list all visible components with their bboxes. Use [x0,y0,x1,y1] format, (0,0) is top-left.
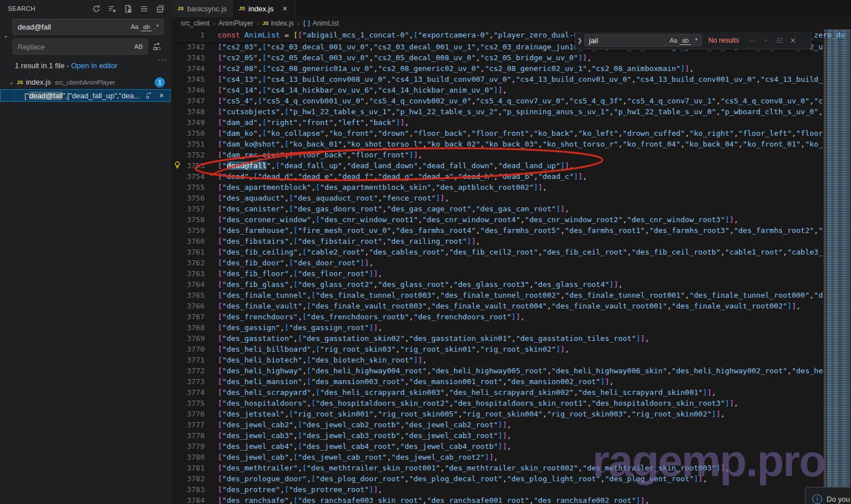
toggle-replace-chevron-icon[interactable]: ⌄ [1,30,10,41]
code-line[interactable]: 3768["des_gassign",["des_gassign_root"]]… [172,322,823,333]
code-line[interactable]: 3744["cs2_08",["cs2_08_generic01a_uv_0",… [172,63,823,74]
code-line[interactable]: 3747["cs5_4",["cs5_4_q_convb001_uv_0","c… [172,95,823,106]
code-line[interactable]: 3751["dam_ko@shot",["ko_back_01","ko_sho… [172,139,823,149]
line-number[interactable]: 3743 [172,52,205,63]
find-input[interactable]: jail Aa ab .* [584,34,701,47]
code-editor[interactable]: 1const AnimList = [["abigail_mcs_1_conca… [172,30,851,504]
clear-search-results-icon[interactable] [106,2,118,15]
tab-index-js[interactable]: JS index.js × [233,0,296,17]
line-number[interactable]: 3771 [172,355,205,365]
toggle-search-details-icon[interactable]: ··· [157,55,167,64]
line-number[interactable]: 3767 [172,311,205,322]
line-number[interactable]: 3757 [172,203,205,214]
line-number[interactable]: 3763 [172,268,205,279]
minimap[interactable] [823,30,851,504]
whole-word-icon[interactable]: ab [679,36,691,45]
code-line[interactable]: 3753["dead@fall",["dead_fall_up","dead_l… [172,160,823,171]
line-number[interactable]: 3761 [172,247,205,257]
line-number[interactable]: 3768 [172,322,205,333]
code-line[interactable]: 3766["des_finale_vault",["des_finale_vau… [172,301,823,311]
collapse-all-icon[interactable] [153,2,166,15]
code-line[interactable]: 3777["des_jewel_cab2",["des_jewel_cab2_r… [172,419,823,430]
regex-icon[interactable]: .* [152,22,161,31]
line-number[interactable]: 3752 [172,149,205,160]
code-line[interactable]: 3754["dead",["dead_d","dead_e","dead_f",… [172,171,823,182]
line-number[interactable]: 1 [172,30,205,40]
code-line[interactable]: 3748["cutsobjects",["p_hw1_22_table_s_uv… [172,106,823,117]
line-number[interactable]: 3779 [172,441,205,452]
line-number[interactable]: 3748 [172,106,205,117]
code-line[interactable]: 3746["cs4_14",["cs4_14_hickbar_ov_uv_6",… [172,85,823,95]
whole-word-icon[interactable]: ab [140,22,152,31]
line-number[interactable]: 3751 [172,139,205,149]
code-line[interactable]: 3745["cs4_13",["cs4_13_build_conv008_uv_… [172,74,823,85]
line-number[interactable]: 3764 [172,279,205,290]
code-line[interactable]: 3755["des_apartmentblock",["des_apartmen… [172,182,823,193]
close-tab-icon[interactable]: × [280,4,289,13]
code-line[interactable]: 3752["dam_rec_civi",["floor_back","floor… [172,149,823,160]
code-line[interactable]: 3783["des_protree",["des_protree_root"]]… [172,484,823,495]
notification-toast[interactable]: i Do you w [805,487,851,504]
line-number[interactable]: 3747 [172,95,205,106]
code-line[interactable]: 3759["des_farmhouse",["fire_mesh_root_uv… [172,225,823,236]
line-number[interactable]: 3746 [172,85,205,95]
code-line[interactable]: 3757["des_canister",["des_gas_doors_root… [172,203,823,214]
match-case-icon[interactable]: Aa [128,22,140,31]
code-line[interactable]: 3767["des_frenchdoors",["des_frenchdoors… [172,311,823,322]
regex-icon[interactable]: .* [691,36,700,45]
line-number[interactable]: 3776 [172,409,205,419]
line-number[interactable]: 3742 [172,41,205,52]
line-number[interactable]: 3778 [172,430,205,441]
line-number[interactable]: 3773 [172,376,205,387]
code-line[interactable]: 3765["des_finale_tunnel",["des_finale_tu… [172,290,823,301]
breadcrumb-animlist-symbol[interactable]: AnimList [303,19,339,27]
replace-all-icon[interactable] [150,40,164,53]
line-number[interactable]: 3759 [172,225,205,236]
line-number[interactable]: 3781 [172,463,205,473]
code-line[interactable]: 3775["des_hospitaldoors",["des_hospitald… [172,398,823,409]
line-number[interactable]: 3762 [172,257,205,268]
lightbulb-icon[interactable] [173,160,181,169]
preserve-case-icon[interactable]: AB [132,42,145,51]
line-number[interactable]: 3784 [172,495,205,504]
line-number[interactable]: 3775 [172,398,205,409]
code-line[interactable]: 3771["des_heli_biotech",["des_biotech_sk… [172,355,823,365]
line-number[interactable]: 3765 [172,290,205,301]
line-number[interactable]: 3769 [172,333,205,344]
line-number[interactable]: 3754 [172,171,205,182]
breadcrumb-index-js[interactable]: JS index.js [262,19,294,27]
line-number[interactable]: 3770 [172,344,205,355]
view-as-list-icon[interactable] [138,2,150,15]
code-line[interactable]: 3763["des_fib_floor",["des_floor_root"]]… [172,268,823,279]
line-number[interactable]: 3758 [172,214,205,225]
open-new-search-editor-icon[interactable] [122,2,134,15]
search-query[interactable]: dead@fall [18,23,128,31]
close-find-widget-icon[interactable] [787,34,799,47]
line-number[interactable]: 3760 [172,236,205,247]
replace-input[interactable]: Replace AB [13,39,148,55]
find-query[interactable]: jail [589,36,667,45]
code-line[interactable]: 3769["des_gasstation",["des_gasstation_s… [172,333,823,344]
line-number[interactable]: 3750 [172,128,205,139]
line-number[interactable]: 3772 [172,365,205,376]
code-line[interactable]: 3750["dam_ko",["ko_collapse","ko_front",… [172,128,823,139]
line-number[interactable]: 3745 [172,74,205,85]
code-line[interactable]: 3774["des_heli_scrapyard",["des_heli_scr… [172,387,823,398]
search-input[interactable]: dead@fall Aa ab .* [13,19,164,35]
code-line[interactable]: 3761["des_fib_ceiling",["cable2_root","d… [172,247,823,257]
code-line[interactable]: 3770["des_heli_billboard",["rig_root_ski… [172,344,823,355]
line-number[interactable]: 3744 [172,63,205,74]
line-number[interactable]: 3756 [172,193,205,203]
breadcrumb-animplayer[interactable]: AnimPlayer [218,19,253,27]
line-number[interactable]: 3780 [172,452,205,463]
code-line[interactable]: 3784["des_ranchsafe",["des_ranchsafe003_… [172,495,823,504]
code-line[interactable]: 3762["des_fib_door",["des_door_root"]], [172,257,823,268]
code-line[interactable]: 3780["des_jewel_cab",["des_jewel_cab_roo… [172,452,823,463]
tab-basicsync-js[interactable]: JS basicsync.js [172,0,233,17]
code-line[interactable]: 3779["des_jewel_cab4",["des_jewel_cab4_r… [172,441,823,452]
line-number[interactable]: 3783 [172,484,205,495]
line-number[interactable]: 3777 [172,419,205,430]
refresh-icon[interactable] [90,2,102,15]
code-line[interactable]: 3758["des_coroner_window",["des_cnr_wind… [172,214,823,225]
match-case-icon[interactable]: Aa [667,36,679,45]
